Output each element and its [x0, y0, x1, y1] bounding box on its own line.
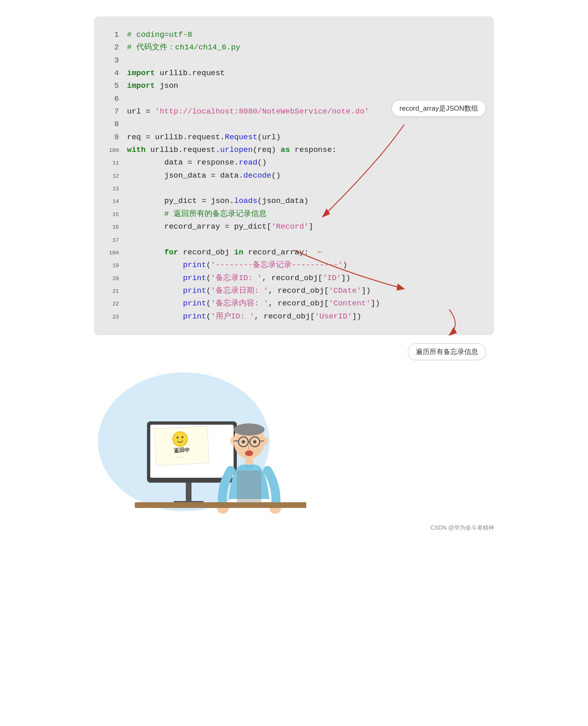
- line-content: [127, 54, 478, 67]
- cartoon-container: 返回中 ......: [102, 381, 306, 536]
- line-content: data = response.read(): [127, 156, 478, 169]
- line-content: # coding=utf-8: [127, 29, 478, 41]
- line-num: 19: [102, 259, 127, 272]
- line-content: import urllib.request: [127, 67, 478, 80]
- outer-wrapper: 1 # coding=utf-8 2 # 代码文件：ch14/ch14_6.py…: [94, 16, 494, 536]
- line-content: py_dict = json.loads(json_data): [127, 195, 478, 207]
- annotation-bubble-1: record_array是JSON数组: [392, 100, 486, 117]
- bubble-2-text: 遍历所有备忘录信息: [416, 348, 478, 356]
- code-line-17: 17: [102, 234, 478, 246]
- svg-text:返回中: 返回中: [174, 447, 190, 454]
- svg-point-22: [242, 440, 245, 443]
- line-num: 15: [102, 208, 127, 220]
- code-line-5: 5 import json: [102, 80, 478, 92]
- line-num: 8: [102, 118, 127, 131]
- line-content: # 返回所有的备忘录记录信息: [127, 208, 478, 220]
- svg-rect-28: [135, 502, 306, 508]
- line-num: 4: [102, 67, 127, 80]
- code-section: 1 # coding=utf-8 2 # 代码文件：ch14/ch14_6.py…: [94, 16, 494, 335]
- line-content: print('备忘录ID: ', record_obj['ID']): [127, 272, 478, 285]
- watermark-text: CSDN @华为奋斗者精神: [430, 524, 494, 531]
- svg-rect-29: [237, 470, 261, 503]
- illustration-section: 返回中 ......: [94, 368, 494, 536]
- code-table: 1 # coding=utf-8 2 # 代码文件：ch14/ch14_6.py…: [102, 29, 478, 323]
- code-line-14: 14 py_dict = json.loads(json_data): [102, 195, 478, 207]
- svg-point-23: [253, 440, 256, 443]
- code-line-2: 2 # 代码文件：ch14/ch14_6.py: [102, 41, 478, 54]
- line-content: print('备忘录内容: ', record_obj['Content']): [127, 297, 478, 310]
- page-container: 1 # coding=utf-8 2 # 代码文件：ch14/ch14_6.py…: [94, 16, 494, 536]
- annotation-below: 遍历所有备忘录信息: [94, 343, 494, 360]
- line-num: 22: [102, 297, 127, 310]
- line-num: 12: [102, 169, 127, 182]
- code-line-11: 11 data = response.read(): [102, 156, 478, 169]
- code-line-9: 9 req = urllib.request.Request(url): [102, 131, 478, 144]
- code-line-19: 19 print('--------备忘录记录----------'): [102, 259, 478, 272]
- svg-text:......: ......: [176, 454, 183, 459]
- code-line-20: 20 print('备忘录ID: ', record_obj['ID']): [102, 272, 478, 285]
- code-line-21: 21 print('备忘录日期: ', record_obj['CDate']): [102, 285, 478, 297]
- line-content: record_array = py_dict['Record']: [127, 220, 478, 233]
- line-content: print('备忘录日期: ', record_obj['CDate']): [127, 285, 478, 297]
- code-line-15: 15 # 返回所有的备忘录记录信息: [102, 208, 478, 220]
- line-content: [127, 182, 478, 195]
- code-line-12: 12 json_data = data.decode(): [102, 169, 478, 182]
- line-num: 23: [102, 310, 127, 323]
- line-num: 5: [102, 80, 127, 92]
- line-content: [127, 118, 478, 131]
- code-line-13: 13: [102, 182, 478, 195]
- code-line-1: 1 # coding=utf-8: [102, 29, 478, 41]
- code-line-23: 23 print('用户ID: ', record_obj['UserID']): [102, 310, 478, 323]
- line-num: 20: [102, 272, 127, 285]
- line-num: 14: [102, 195, 127, 207]
- line-num: 10⊟: [102, 144, 127, 156]
- cartoon-illustration: 返回中 ......: [102, 381, 306, 536]
- bubble-1-text: record_array是JSON数组: [399, 105, 478, 112]
- line-content: with urllib.request.urlopen(req) as resp…: [127, 144, 478, 156]
- line-num: 17: [102, 234, 127, 246]
- line-num: 1: [102, 29, 127, 41]
- line-num: 16: [102, 220, 127, 233]
- line-content: import json: [127, 80, 478, 92]
- line-num: 11: [102, 156, 127, 169]
- svg-point-24: [245, 450, 253, 456]
- code-line-8: 8: [102, 118, 478, 131]
- svg-point-8: [172, 431, 188, 447]
- line-content: # 代码文件：ch14/ch14_6.py: [127, 41, 478, 54]
- line-num: 6: [102, 93, 127, 105]
- line-num: 3: [102, 54, 127, 67]
- svg-point-14: [234, 423, 265, 436]
- line-num: 7: [102, 105, 127, 118]
- line-content: print('用户ID: ', record_obj['UserID']): [127, 310, 478, 323]
- code-line-10: 10⊟ with urllib.request.urlopen(req) as …: [102, 144, 478, 156]
- line-content: json_data = data.decode(): [127, 169, 478, 182]
- line-num: 9: [102, 131, 127, 144]
- code-line-16: 16 record_array = py_dict['Record']: [102, 220, 478, 233]
- line-num: 2: [102, 41, 127, 54]
- line-content: print('--------备忘录记录----------'): [127, 259, 478, 272]
- annotation-bubble-2: 遍历所有备忘录信息: [408, 343, 486, 360]
- code-line-4: 4 import urllib.request: [102, 67, 478, 80]
- line-num: 18⊟: [102, 246, 127, 259]
- watermark: CSDN @华为奋斗者精神: [430, 524, 494, 532]
- line-num: 21: [102, 285, 127, 297]
- line-content: [127, 234, 478, 246]
- line-content: req = urllib.request.Request(url): [127, 131, 478, 144]
- line-content: for record_obj in record_array: ←: [127, 246, 478, 259]
- code-line-3: 3: [102, 54, 478, 67]
- code-line-18: 18⊟ for record_obj in record_array: ←: [102, 246, 478, 259]
- svg-rect-25: [245, 457, 253, 465]
- line-num: 13: [102, 182, 127, 195]
- code-line-22: 22 print('备忘录内容: ', record_obj['Content'…: [102, 297, 478, 310]
